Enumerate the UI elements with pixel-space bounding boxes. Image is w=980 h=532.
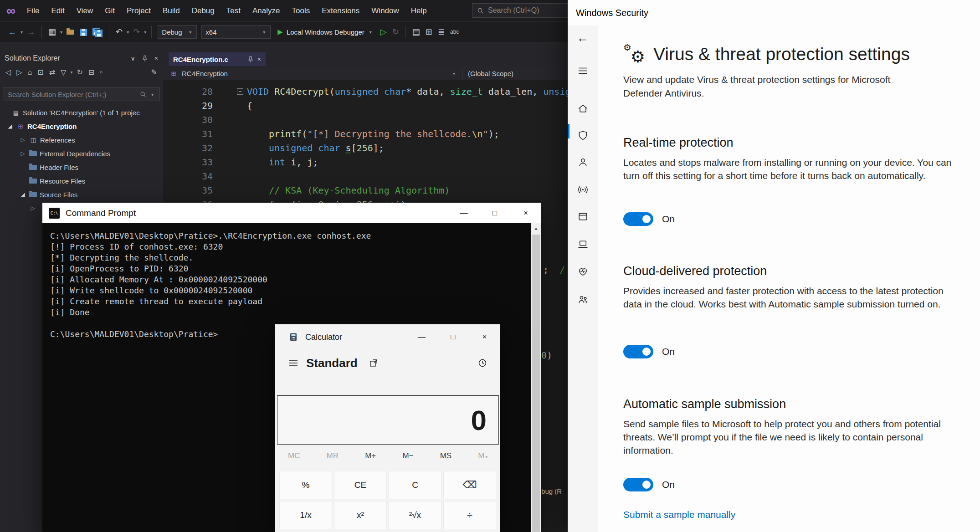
windows-layout-icon[interactable]: ⊞ bbox=[423, 28, 435, 36]
chevron-down-icon[interactable]: ▾ bbox=[69, 70, 74, 75]
navbar-project-dropdown[interactable]: ⊞ RC4Encryption ▾ bbox=[164, 67, 462, 80]
chevron-down-icon[interactable]: ▾ bbox=[143, 30, 148, 35]
menu-help[interactable]: Help bbox=[405, 6, 433, 15]
menu-window[interactable]: Window bbox=[365, 6, 405, 15]
tree-item-external-dependencies[interactable]: ▷ External Dependencies bbox=[0, 147, 163, 160]
memory-clear-button[interactable]: MC bbox=[288, 451, 300, 460]
menu-git[interactable]: Git bbox=[99, 6, 121, 15]
pin-icon[interactable] bbox=[142, 55, 148, 62]
tree-item-source-files[interactable]: ◢ Source Files bbox=[0, 188, 163, 201]
square-root-key[interactable]: ²√x bbox=[389, 501, 441, 529]
menu-tools[interactable]: Tools bbox=[286, 6, 316, 15]
line-number[interactable]: 31 bbox=[185, 127, 213, 141]
tree-item-resource-files[interactable]: Resource Files bbox=[0, 174, 163, 188]
clear-key[interactable]: C bbox=[389, 471, 441, 499]
se-home-icon[interactable]: ⌂ bbox=[25, 68, 35, 77]
se-back-icon[interactable]: ◁ bbox=[3, 68, 14, 77]
menu-project[interactable]: Project bbox=[121, 6, 157, 15]
clear-entry-key[interactable]: CE bbox=[334, 471, 387, 499]
line-options-icon[interactable]: ≣ bbox=[435, 28, 447, 36]
redo-icon[interactable]: ↷ bbox=[130, 28, 143, 36]
pin-icon[interactable] bbox=[248, 56, 253, 63]
line-number[interactable]: 33 bbox=[185, 155, 213, 169]
memory-store-button[interactable]: MS bbox=[440, 451, 452, 460]
navbar-scope-dropdown[interactable]: (Global Scope) bbox=[462, 67, 519, 80]
se-properties-icon[interactable]: ▫ bbox=[97, 68, 105, 77]
menu-extensions[interactable]: Extensions bbox=[316, 6, 365, 15]
nav-home[interactable] bbox=[568, 98, 598, 118]
scrollbar[interactable]: ▲ bbox=[531, 223, 541, 532]
spell-check-icon[interactable]: abc bbox=[447, 29, 462, 35]
solution-explorer-search-input[interactable]: Search Solution Explorer (Ctrl+;) ▾ bbox=[3, 87, 160, 101]
submit-sample-link[interactable]: Submit a sample manually bbox=[623, 509, 735, 520]
menu-test[interactable]: Test bbox=[221, 6, 246, 15]
keep-on-top-icon[interactable] bbox=[369, 359, 378, 367]
nav-app-browser-control[interactable] bbox=[568, 206, 598, 226]
undo-icon[interactable]: ↶ bbox=[113, 28, 125, 36]
realtime-protection-toggle[interactable] bbox=[623, 212, 653, 226]
memory-recall-button[interactable]: MR bbox=[327, 451, 339, 460]
solution-platforms-dropdown[interactable]: x64 ▾ bbox=[201, 25, 271, 39]
breakpoints-window-icon[interactable]: ▤ bbox=[410, 28, 423, 36]
menu-view[interactable]: View bbox=[71, 6, 99, 15]
square-key[interactable]: x² bbox=[334, 501, 387, 529]
save-all-icon[interactable] bbox=[90, 27, 105, 37]
scrollbar-thumb[interactable] bbox=[532, 235, 540, 532]
line-number[interactable]: 30 bbox=[185, 113, 213, 127]
nav-device-security[interactable] bbox=[568, 234, 598, 254]
se-edit-icon[interactable]: ✎ bbox=[149, 68, 160, 77]
hamburger-menu-button[interactable] bbox=[574, 64, 591, 77]
se-filter-icon[interactable]: ▽ bbox=[58, 68, 69, 77]
nav-device-performance-health[interactable] bbox=[568, 261, 598, 281]
start-debugging-button[interactable]: ▶ Local Windows Debugger ▾ bbox=[273, 28, 378, 36]
menu-file[interactable]: File bbox=[21, 6, 45, 15]
se-forward-icon[interactable]: ▷ bbox=[14, 68, 25, 77]
tree-item-header-files[interactable]: Header Files bbox=[0, 160, 163, 174]
se-switch-views-icon[interactable]: ⇄ bbox=[46, 68, 58, 77]
tree-item-project[interactable]: ◢ ⊞ RC4Encryption bbox=[0, 119, 163, 133]
hot-reload-icon[interactable]: ↻ bbox=[390, 28, 402, 36]
save-icon[interactable] bbox=[77, 28, 90, 36]
close-button[interactable]: × bbox=[469, 324, 500, 350]
menu-build[interactable]: Build bbox=[157, 6, 186, 15]
percent-key[interactable]: % bbox=[279, 471, 332, 499]
reciprocal-key[interactable]: 1/x bbox=[279, 501, 332, 529]
chevron-down-icon[interactable]: ▾ bbox=[19, 30, 24, 35]
close-button[interactable]: × bbox=[510, 203, 541, 223]
calculator-titlebar[interactable]: Calculator — □ × bbox=[275, 324, 500, 350]
line-number[interactable]: 29 bbox=[185, 99, 213, 113]
nav-virus-threat-protection[interactable] bbox=[568, 125, 598, 145]
window-position-icon[interactable]: ∨ bbox=[131, 55, 135, 62]
nav-family-options[interactable] bbox=[568, 289, 598, 309]
se-collapse-all-icon[interactable]: ⊟ bbox=[86, 68, 97, 77]
tree-item-solution[interactable]: ▤ Solution 'RC4Encryption' (1 of 1 proje… bbox=[0, 106, 163, 119]
menu-edit[interactable]: Edit bbox=[45, 6, 70, 15]
command-prompt-titlebar[interactable]: C:\ Command Prompt — □ × bbox=[42, 203, 541, 223]
menu-analyze[interactable]: Analyze bbox=[246, 6, 286, 15]
cloud-protection-toggle[interactable] bbox=[623, 345, 653, 358]
chevron-down-icon[interactable]: ▾ bbox=[150, 92, 155, 97]
navigate-forward-icon[interactable]: → bbox=[24, 28, 38, 36]
minimize-button[interactable]: — bbox=[406, 324, 437, 350]
navigate-back-icon[interactable]: ← bbox=[5, 28, 19, 36]
maximize-button[interactable]: □ bbox=[437, 324, 469, 350]
minimize-button[interactable]: — bbox=[448, 203, 479, 223]
memory-subtract-button[interactable]: M− bbox=[402, 451, 413, 460]
se-sync-with-active-document-icon[interactable]: ⊡ bbox=[35, 68, 46, 77]
tree-expanded-icon[interactable]: ◢ bbox=[19, 191, 26, 198]
hamburger-menu-icon[interactable] bbox=[289, 359, 298, 367]
close-icon[interactable]: × bbox=[257, 56, 261, 63]
history-icon[interactable] bbox=[477, 358, 487, 368]
tree-collapsed-icon[interactable]: ▷ bbox=[19, 150, 26, 157]
tree-collapsed-icon[interactable]: ▷ bbox=[29, 205, 36, 211]
start-without-debugging-icon[interactable]: ▷ bbox=[378, 28, 390, 36]
line-number[interactable]: 35 bbox=[185, 184, 213, 198]
nav-account-protection[interactable] bbox=[568, 152, 598, 172]
memory-add-button[interactable]: M+ bbox=[365, 451, 376, 460]
divide-key[interactable]: ÷ bbox=[443, 501, 496, 529]
open-file-icon[interactable] bbox=[64, 28, 77, 36]
back-button[interactable]: ← bbox=[573, 30, 592, 46]
tab-rc4encryption-c[interactable]: RC4Encryption.c × bbox=[169, 52, 266, 66]
sample-submission-toggle[interactable] bbox=[623, 478, 653, 491]
tree-expanded-icon[interactable]: ◢ bbox=[6, 123, 14, 129]
